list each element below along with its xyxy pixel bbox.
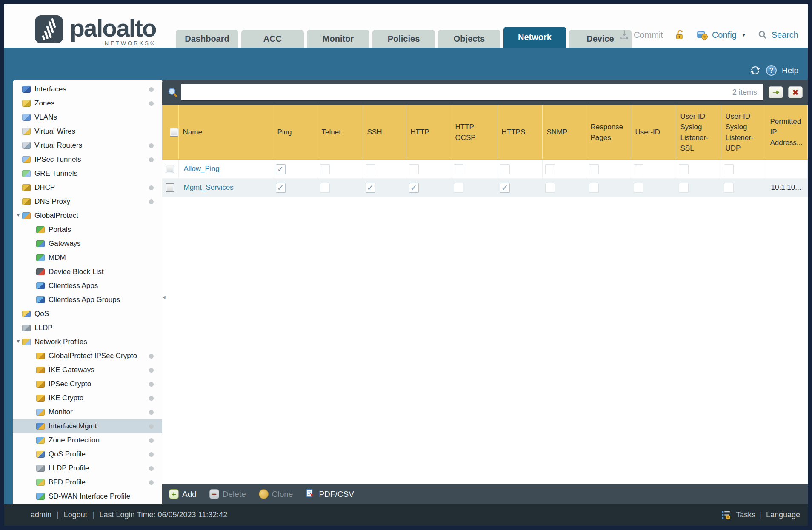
sidebar-collapse-handle[interactable]: ◂ <box>163 292 168 302</box>
sidebar-item-vlans[interactable]: VLANs <box>13 110 162 124</box>
sidebar-item-network-profiles[interactable]: ▼Network Profiles <box>13 335 162 349</box>
sidebar-item-monitor[interactable]: Monitor <box>13 405 162 419</box>
sidebar-item-globalprotect-ipsec-crypto[interactable]: GlobalProtect IPSec Crypto <box>13 349 162 363</box>
column-header-telnet[interactable]: Telnet <box>317 105 363 160</box>
sidebar-item-portals[interactable]: Portals <box>13 222 162 237</box>
sidebar-item-bfd-profile[interactable]: BFD Profile <box>13 475 162 489</box>
sdwan-interface-profile-icon <box>36 493 45 500</box>
commit-button[interactable]: Commit <box>634 30 663 40</box>
column-header-response-pages[interactable]: Response Pages <box>586 105 631 160</box>
sidebar-item-interfaces[interactable]: Interfaces <box>13 82 162 96</box>
sidebar-item-virtual-routers[interactable]: Virtual Routers <box>13 138 162 152</box>
config-icon[interactable] <box>697 29 708 41</box>
sidebar-item-ike-crypto[interactable]: IKE Crypto <box>13 391 162 405</box>
clone-button[interactable]: Clone <box>259 489 293 499</box>
add-button[interactable]: +Add <box>169 489 197 499</box>
row-select-checkbox[interactable] <box>166 183 174 192</box>
filter-toolbar: 2 items ✖ <box>162 80 808 105</box>
sidebar-tree: InterfacesZonesVLANsVirtual WiresVirtual… <box>13 80 162 504</box>
sidebar-item-label: Clientless App Groups <box>49 296 162 304</box>
sidebar-item-globalprotect[interactable]: ▼GlobalProtect <box>13 208 162 222</box>
http-check <box>409 164 419 174</box>
help-icon[interactable]: ? <box>766 65 777 76</box>
language-button[interactable]: Language <box>766 510 800 519</box>
tab-network[interactable]: Network <box>503 27 566 48</box>
sidebar-item-qos[interactable]: QoS <box>13 307 162 321</box>
delete-button[interactable]: −Delete <box>209 489 246 499</box>
qos-icon <box>22 311 31 317</box>
sidebar-item-clientless-apps[interactable]: Clientless Apps <box>13 279 162 293</box>
tasks-icon[interactable] <box>721 510 732 520</box>
sidebar-item-device-block-list[interactable]: Device Block List <box>13 265 162 279</box>
clear-filter-button[interactable]: ✖ <box>788 86 803 98</box>
sidebar-item-gre-tunnels[interactable]: GRE Tunnels <box>13 166 162 180</box>
sidebar-item-mdm[interactable]: MDM <box>13 251 162 265</box>
tasks-button[interactable]: Tasks <box>736 510 755 519</box>
config-button[interactable]: Config <box>712 30 737 40</box>
http-check: ✓ <box>409 183 419 193</box>
pdf-csv-button[interactable]: PDF/CSV <box>306 488 354 500</box>
logout-link[interactable]: Logout <box>64 510 87 519</box>
column-header-snmp[interactable]: SNMP <box>542 105 586 160</box>
column-header-user-id-syslog-listener-udp[interactable]: User-ID Syslog Listener-UDP <box>721 105 766 160</box>
status-dot <box>149 396 154 401</box>
device-block-list-icon <box>36 268 45 275</box>
sidebar-item-label: QoS Profile <box>49 450 162 459</box>
commit-icon[interactable] <box>619 29 630 40</box>
sidebar-item-label: Device Block List <box>49 268 162 276</box>
column-header-user-id[interactable]: User-ID <box>631 105 676 160</box>
sidebar-item-zones[interactable]: Zones <box>13 96 162 110</box>
search-icon[interactable] <box>758 30 768 40</box>
column-header-permitted-ip-address[interactable]: Permitted IP Address... <box>766 105 808 160</box>
status-dot <box>149 452 154 457</box>
refresh-icon[interactable] <box>749 65 761 76</box>
filter-input[interactable] <box>181 85 732 100</box>
row-name-link[interactable]: Mgmt_Services <box>179 183 234 191</box>
unlock-icon[interactable] <box>674 29 686 41</box>
response-pages-check <box>589 183 599 193</box>
sidebar-item-ipsec-crypto[interactable]: IPSec Crypto <box>13 377 162 391</box>
row-select-checkbox[interactable] <box>166 165 174 173</box>
column-header-name[interactable]: Name <box>178 105 273 160</box>
column-header-ssh[interactable]: SSH <box>363 105 406 160</box>
tab-acc[interactable]: ACC <box>241 30 304 48</box>
sidebar-item-ipsec-tunnels[interactable]: IPSec Tunnels <box>13 152 162 166</box>
http-ocsp-check <box>454 164 463 174</box>
sidebar-item-interface-mgmt[interactable]: Interface Mgmt <box>13 419 162 433</box>
sidebar-item-virtual-wires[interactable]: Virtual Wires <box>13 124 162 138</box>
config-caret-icon[interactable]: ▼ <box>741 32 746 38</box>
column-header-https[interactable]: HTTPS <box>497 105 542 160</box>
tab-monitor[interactable]: Monitor <box>307 30 369 48</box>
column-header-user-id-syslog-listener-ssl[interactable]: User-ID Syslog Listener-SSL <box>676 105 721 160</box>
sidebar-item-label: Interface Mgmt <box>49 422 162 430</box>
table-row: Allow_Ping✓ <box>162 160 808 178</box>
sidebar-item-dhcp[interactable]: DHCP <box>13 180 162 194</box>
sidebar-item-lldp-profile[interactable]: LLDP Profile <box>13 461 162 475</box>
tab-dashboard[interactable]: Dashboard <box>176 30 238 48</box>
search-button[interactable]: Search <box>772 30 798 40</box>
expander-icon[interactable]: ▼ <box>16 212 21 218</box>
apply-filter-button[interactable] <box>769 86 783 98</box>
tab-policies[interactable]: Policies <box>372 30 435 48</box>
column-header-http-ocsp[interactable]: HTTP OCSP <box>451 105 497 160</box>
column-header-http[interactable]: HTTP <box>406 105 451 160</box>
sidebar-item-gateways[interactable]: Gateways <box>13 237 162 251</box>
sidebar-item-label: BFD Profile <box>49 478 162 487</box>
sidebar-item-label: DNS Proxy <box>34 197 162 206</box>
logged-in-user: admin <box>31 510 51 519</box>
sidebar-item-qos-profile[interactable]: QoS Profile <box>13 447 162 461</box>
help-button[interactable]: Help <box>782 66 798 75</box>
row-name-link[interactable]: Allow_Ping <box>179 165 220 173</box>
tab-objects[interactable]: Objects <box>438 30 500 48</box>
sidebar-item-ike-gateways[interactable]: IKE Gateways <box>13 363 162 377</box>
select-all-checkbox[interactable] <box>170 128 178 137</box>
pdf-csv-icon <box>306 488 315 500</box>
sidebar-item-lldp[interactable]: LLDP <box>13 321 162 335</box>
expander-icon[interactable]: ▼ <box>16 338 21 344</box>
globalprotect-icon <box>22 212 31 219</box>
sidebar-item-zone-protection[interactable]: Zone Protection <box>13 433 162 447</box>
sidebar-item-dns-proxy[interactable]: DNS Proxy <box>13 194 162 208</box>
column-header-ping[interactable]: Ping <box>273 105 317 160</box>
sidebar-item-sd-wan-interface-profile[interactable]: SD-WAN Interface Profile <box>13 489 162 503</box>
sidebar-item-clientless-app-groups[interactable]: Clientless App Groups <box>13 293 162 307</box>
